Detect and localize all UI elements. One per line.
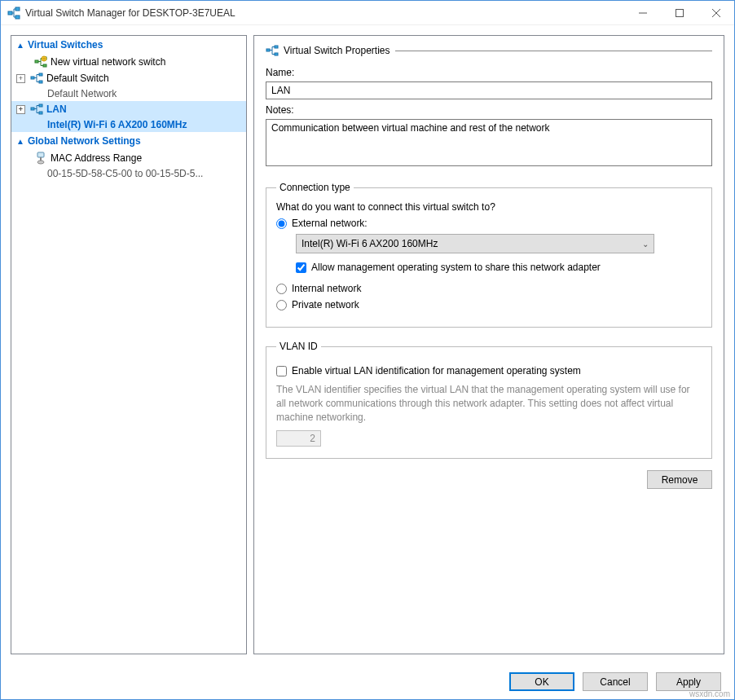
tree-item-label: New virtual network switch [51,56,165,68]
connection-question: What do you want to connect this virtual… [276,201,702,213]
radio-external-row[interactable]: External network: [276,218,702,229]
connection-type-group: Connection type What do you want to conn… [266,182,712,328]
switch-icon [266,44,279,57]
radio-private-label: Private network [292,299,359,310]
tree-item-lan[interactable]: + LAN [11,101,246,117]
svg-rect-10 [39,81,42,83]
adapter-selected: Intel(R) Wi-Fi 6 AX200 160MHz [301,238,438,249]
svg-rect-2 [15,15,20,19]
expand-icon[interactable]: + [16,74,25,83]
svg-rect-11 [31,108,34,110]
svg-rect-1 [15,7,20,11]
ok-button[interactable]: OK [509,672,574,691]
radio-internal[interactable] [276,284,287,294]
radio-private[interactable] [276,300,287,310]
svg-rect-17 [266,49,270,51]
chevron-down-icon: ⌄ [642,240,649,249]
collapse-icon: ▲ [16,137,24,146]
tree-section-label: Global Network Settings [28,135,141,147]
svg-rect-3 [676,9,683,16]
name-input[interactable] [266,81,712,99]
allow-mgmt-row[interactable]: Allow management operating system to sha… [296,262,702,273]
switch-icon [30,103,43,116]
tree-item-mac-range[interactable]: MAC Address Range [11,150,246,166]
tree-item-label: Default Switch [46,73,109,84]
vlan-enable-checkbox[interactable] [276,366,287,376]
tree-item-new-switch[interactable]: New virtual network switch [11,54,246,70]
titlebar: Virtual Switch Manager for DESKTOP-3E7UE… [1,1,734,25]
svg-rect-13 [39,112,42,114]
tree-item-default-switch[interactable]: + Default Switch [11,70,246,86]
properties-heading-label: Virtual Switch Properties [284,45,390,56]
tree-item-label: Default Network [47,88,117,99]
svg-rect-8 [31,77,34,79]
window-title: Virtual Switch Manager for DESKTOP-3E7UE… [25,7,235,19]
tree-item-label: LAN [46,103,67,115]
apply-button[interactable]: Apply [656,672,721,691]
adapter-dropdown[interactable]: Intel(R) Wi-Fi 6 AX200 160MHz ⌄ [296,234,654,253]
svg-rect-14 [37,152,44,157]
collapse-icon: ▲ [16,41,24,50]
svg-rect-4 [35,60,38,63]
allow-mgmt-label: Allow management operating system to sha… [311,262,601,273]
svg-rect-18 [275,46,278,48]
watermark: wsxdn.com [689,689,730,698]
tree-item-label: 00-15-5D-58-C5-00 to 00-15-5D-5... [47,168,203,179]
close-button[interactable] [698,1,734,24]
vlan-group: VLAN ID Enable virtual LAN identificatio… [266,341,712,459]
svg-rect-19 [275,53,278,55]
connection-legend: Connection type [276,182,354,193]
cancel-button[interactable]: Cancel [583,672,648,691]
vlan-enable-label: Enable virtual LAN identification for ma… [292,365,581,376]
tree-section-switches[interactable]: ▲ Virtual Switches [11,36,246,54]
tree-section-label: Virtual Switches [28,39,103,51]
vlan-enable-row[interactable]: Enable virtual LAN identification for ma… [276,365,702,376]
tree-item-mac-detail[interactable]: 00-15-5D-58-C5-00 to 00-15-5D-5... [11,166,246,181]
svg-rect-15 [40,157,42,161]
radio-internal-row[interactable]: Internal network [276,283,702,294]
notes-textarea[interactable] [266,119,712,166]
minimize-button[interactable] [624,1,661,24]
dialog-buttons: OK Cancel Apply [1,664,734,699]
vlan-legend: VLAN ID [276,341,321,352]
content-area: ▲ Virtual Switches New virtual network s… [1,25,734,664]
new-switch-icon [34,55,47,68]
notes-label: Notes: [266,104,712,116]
window-frame: Virtual Switch Manager for DESKTOP-3E7UE… [0,0,735,700]
tree-item-lan-adapter[interactable]: Intel(R) Wi-Fi 6 AX200 160MHz [11,117,246,132]
svg-rect-6 [43,64,46,67]
allow-mgmt-checkbox[interactable] [296,262,306,273]
svg-rect-12 [39,104,42,107]
tree-item-label: MAC Address Range [51,152,142,164]
radio-external[interactable] [276,218,287,229]
tree-item-label: Intel(R) Wi-Fi 6 AX200 160MHz [47,119,187,130]
mac-icon [34,152,47,165]
tree-section-global[interactable]: ▲ Global Network Settings [11,132,246,150]
radio-private-row[interactable]: Private network [276,299,702,310]
properties-pane: Virtual Switch Properties Name: Notes: C… [253,35,724,654]
remove-button[interactable]: Remove [647,470,712,489]
radio-external-label: External network: [292,218,368,229]
switch-icon [30,72,43,85]
radio-internal-label: Internal network [292,283,361,294]
maximize-button[interactable] [661,1,698,24]
properties-heading: Virtual Switch Properties [266,44,712,57]
vlan-help-text: The VLAN identifier specifies the virtua… [276,383,702,424]
expand-icon[interactable]: + [16,105,25,114]
svg-rect-0 [8,11,12,15]
tree-item-default-network[interactable]: Default Network [11,86,246,101]
tree-pane: ▲ Virtual Switches New virtual network s… [11,35,247,654]
name-label: Name: [266,67,712,78]
svg-rect-9 [39,73,42,76]
vlan-id-input [276,430,321,447]
svg-point-16 [37,161,44,164]
app-icon [7,7,20,20]
